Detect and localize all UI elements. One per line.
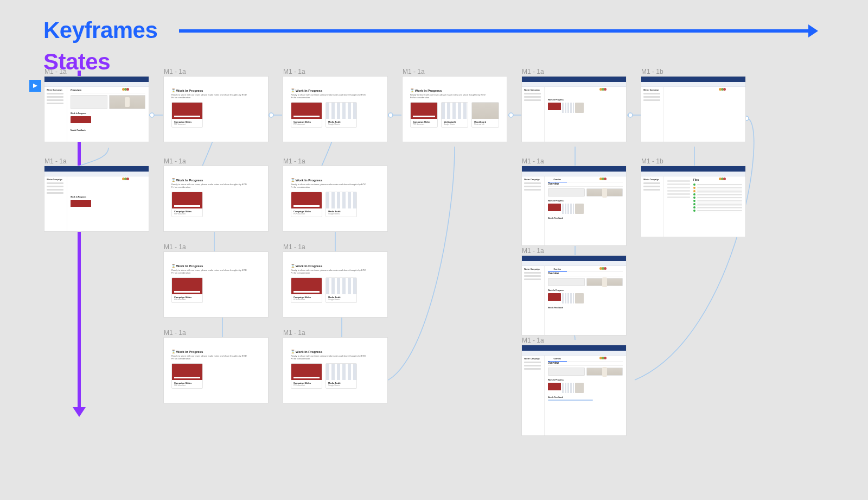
keyframes-label: Keyframes bbox=[43, 17, 157, 43]
svg-point-1 bbox=[269, 113, 273, 117]
frame-c5-r2[interactable]: M1 - 1a Winter Campaign Overview Overvie… bbox=[522, 157, 626, 245]
svg-point-2 bbox=[388, 113, 393, 117]
frame-c2-r1[interactable]: M1 - 1a Work In Progress Ready to share … bbox=[164, 68, 268, 142]
frame-c5-r1[interactable]: M1 - 1a Winter Campaign Work In Progress bbox=[522, 68, 626, 142]
frame-c2-r3[interactable]: M1 - 1a Work In Progress Ready to share … bbox=[164, 243, 268, 317]
diagram-canvas: Keyframes States bbox=[0, 0, 868, 500]
keyframes-arrow-icon bbox=[179, 29, 808, 33]
frame-c5-r4[interactable]: M1 - 1a Winter Campaign Overview Overvie… bbox=[522, 337, 626, 435]
frame-c2-r4[interactable]: M1 - 1a Work In Progress Ready to share … bbox=[164, 329, 268, 403]
svg-point-3 bbox=[509, 113, 513, 117]
play-marker-icon[interactable] bbox=[29, 80, 41, 92]
frame-c3-r3[interactable]: M1 - 1a Work In Progress Ready to share … bbox=[283, 243, 387, 317]
frame-label: M1 - 1a bbox=[44, 68, 149, 75]
frame-c3-r4[interactable]: M1 - 1a Work In Progress Ready to share … bbox=[283, 329, 387, 403]
frame-c6-r2[interactable]: M1 - 1b Winter Campaign Files bbox=[641, 157, 745, 237]
frame-thumbnail: Winter Campaign Overview Work In Progres… bbox=[44, 77, 149, 142]
frame-c6-r1[interactable]: M1 - 1b Winter Campaign bbox=[641, 68, 745, 142]
frame-c5-r3[interactable]: M1 - 1a Winter Campaign Overview Overvie… bbox=[522, 247, 626, 335]
frame-c4-r1[interactable]: M1 - 1a Work In Progress Ready to share … bbox=[403, 68, 507, 142]
frame-c2-r2[interactable]: M1 - 1a Work In Progress Ready to share … bbox=[164, 157, 268, 231]
frame-c1-r2[interactable]: M1 - 1a Winter Campaign Work In Progress bbox=[44, 157, 149, 231]
frame-c1-r1[interactable]: M1 - 1a Winter Campaign Overview Work In… bbox=[44, 68, 149, 142]
svg-point-4 bbox=[628, 113, 633, 117]
frame-c3-r1[interactable]: M1 - 1a Work In Progress Ready to share … bbox=[283, 68, 387, 142]
svg-point-0 bbox=[150, 113, 154, 117]
frame-thumbnail: Work In Progress Ready to share with our… bbox=[164, 77, 268, 142]
frame-c3-r2[interactable]: M1 - 1a Work In Progress Ready to share … bbox=[283, 157, 387, 231]
frame-thumbnail: Winter Campaign Work In Progress bbox=[44, 166, 149, 231]
frame-label: M1 - 1a bbox=[44, 157, 149, 165]
